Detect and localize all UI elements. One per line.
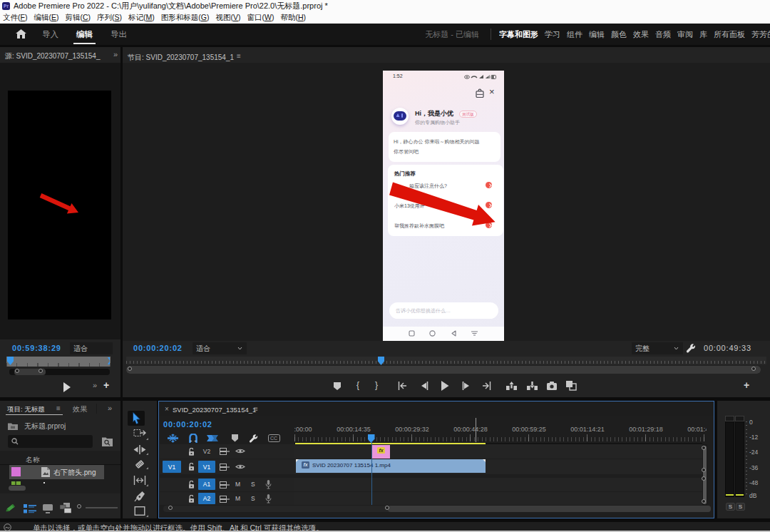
program-zoom-bar[interactable] — [126, 366, 761, 374]
track-output-icon[interactable] — [220, 448, 230, 455]
zoom-slider-track[interactable] — [86, 507, 118, 508]
lane-a1[interactable] — [294, 478, 702, 491]
menu-item[interactable]: 图形和标题(G) — [161, 13, 210, 23]
source-scrubber[interactable] — [6, 357, 111, 367]
program-scrubber[interactable] — [126, 357, 766, 364]
menu-item[interactable]: 编辑(E) — [34, 13, 58, 23]
eye-icon[interactable] — [235, 448, 245, 454]
linked-selection-icon[interactable] — [207, 434, 218, 443]
lane-v2[interactable] — [294, 444, 702, 459]
track-resize-knob[interactable] — [702, 476, 706, 481]
tab-project[interactable]: 项目: 无标题 — [7, 405, 45, 414]
workspace-tab[interactable]: 颜色 — [611, 29, 627, 40]
mark-in-icon[interactable]: { — [356, 380, 359, 390]
step-back-icon[interactable] — [421, 382, 428, 390]
playback-resolution-select[interactable]: 完整 — [632, 342, 683, 354]
timeline-timecode[interactable]: 00:00:20:02 — [163, 420, 212, 429]
mark-out-icon[interactable]: } — [375, 380, 378, 390]
track-label[interactable]: V2 — [198, 446, 215, 456]
extract-icon[interactable] — [527, 382, 538, 391]
source-timecode[interactable]: 00:59:38:29 — [12, 344, 61, 352]
program-zoom-thumb[interactable] — [126, 366, 761, 374]
header-nav-item[interactable]: 导出 — [109, 24, 128, 45]
nav-back-icon[interactable] — [451, 330, 457, 337]
button-overflow-icon[interactable]: » — [93, 381, 97, 389]
solo-button[interactable]: S — [251, 481, 255, 488]
export-frame-icon[interactable] — [547, 382, 557, 390]
track-output-icon[interactable] — [220, 464, 230, 471]
timeline-settings-wrench-icon[interactable] — [249, 434, 259, 444]
go-to-in-icon[interactable] — [398, 382, 407, 390]
tool-pen-icon[interactable] — [123, 491, 157, 502]
tool-ripple-edit-icon[interactable] — [123, 445, 157, 454]
go-to-out-icon[interactable] — [482, 382, 491, 390]
tool-selection-icon[interactable] — [132, 412, 141, 424]
solo-right-button[interactable]: S — [736, 503, 745, 511]
comparison-view-icon[interactable] — [566, 381, 577, 391]
lane-a2[interactable] — [294, 492, 702, 505]
track-target-a2[interactable]: A2 — [198, 493, 215, 504]
track-output-icon[interactable] — [220, 481, 230, 488]
add-marker-icon[interactable] — [333, 382, 342, 391]
eye-icon[interactable] — [235, 464, 245, 470]
panel-overflow-icon[interactable]: » — [108, 404, 112, 412]
writable-pencil-icon[interactable] — [5, 502, 16, 513]
solo-button[interactable]: S — [251, 495, 255, 502]
snap-magnet-icon[interactable] — [188, 434, 198, 443]
timeline-add-marker-icon[interactable] — [231, 434, 239, 442]
workspace-tab[interactable]: 审阅 — [677, 29, 693, 40]
search-input[interactable] — [21, 436, 91, 446]
close-tab-icon[interactable]: × — [165, 405, 169, 413]
menu-item[interactable]: 序列(S) — [97, 13, 122, 23]
menu-item[interactable]: 窗口(W) — [247, 13, 274, 23]
lock-icon[interactable] — [188, 481, 195, 488]
workspace-tab[interactable]: 音频 — [655, 29, 671, 40]
nav-home-icon[interactable] — [429, 330, 436, 337]
program-timecode[interactable]: 00:00:20:02 — [133, 344, 183, 352]
program-playhead[interactable] — [378, 357, 384, 365]
icon-view-icon[interactable] — [43, 504, 53, 513]
clip-video[interactable]: fx SVID 20230707 135154 1.mp4 — [296, 459, 486, 473]
timeline-h-scrollbar-thumb[interactable] — [388, 506, 711, 512]
workspace-tab[interactable]: 芳芳的 — [751, 29, 770, 40]
h-scroll-handle-right[interactable] — [385, 506, 389, 510]
track-output-icon[interactable] — [220, 496, 230, 503]
list-view-icon[interactable] — [24, 504, 36, 513]
mute-button[interactable]: M — [235, 481, 240, 488]
source-zoom-handle-left[interactable] — [15, 369, 19, 373]
add-button-icon[interactable]: + — [103, 379, 109, 391]
project-item-name[interactable]: 右下箭头.png — [53, 468, 96, 478]
source-zoom-bar[interactable] — [9, 369, 110, 375]
horizontal-scrollbar-thumb[interactable] — [9, 486, 26, 491]
label-color-swatch[interactable] — [11, 467, 21, 476]
h-scroll-handle-left[interactable] — [168, 506, 173, 510]
tab-effects[interactable]: 效果 — [73, 404, 87, 414]
lock-icon[interactable] — [188, 448, 195, 456]
search-box[interactable] — [8, 435, 93, 448]
tab-sequence[interactable]: SVID_20230707_135154_1 — [173, 406, 256, 414]
zoom-slider-knob[interactable] — [77, 504, 81, 508]
solo-left-button[interactable]: S — [726, 503, 735, 511]
nav-recent-icon[interactable] — [409, 330, 415, 337]
track-resize-knob[interactable] — [702, 446, 706, 450]
v-scrollbar-thumb[interactable] — [703, 446, 707, 504]
menu-item[interactable]: 视图(V) — [215, 13, 240, 23]
track-resize-knob[interactable] — [702, 499, 706, 503]
mic-icon[interactable] — [265, 494, 272, 503]
lock-icon[interactable] — [188, 463, 195, 471]
track-resize-knob[interactable] — [702, 468, 706, 472]
menu-item[interactable]: 剪辑(C) — [65, 13, 91, 23]
workspace-tab[interactable]: 编辑 — [589, 29, 605, 40]
tool-rectangle-icon[interactable] — [123, 506, 157, 516]
tool-track-select-icon[interactable] — [123, 429, 157, 439]
program-zoom-handle-left[interactable] — [128, 367, 132, 371]
project-item-row[interactable]: 右下箭头.png — [9, 465, 104, 479]
workspace-tab[interactable]: 效果 — [633, 29, 649, 40]
menu-item[interactable]: 文件(F) — [3, 13, 27, 23]
project-file-name[interactable]: 无标题.prproj — [24, 421, 66, 431]
nav-keyboard-icon[interactable] — [471, 330, 478, 337]
panel-overflow-icon[interactable]: » — [113, 50, 118, 58]
menu-item[interactable]: 标记(M) — [128, 13, 155, 23]
workspace-tab[interactable]: 库 — [699, 29, 707, 40]
track-target-v1[interactable]: V1 — [198, 461, 215, 473]
